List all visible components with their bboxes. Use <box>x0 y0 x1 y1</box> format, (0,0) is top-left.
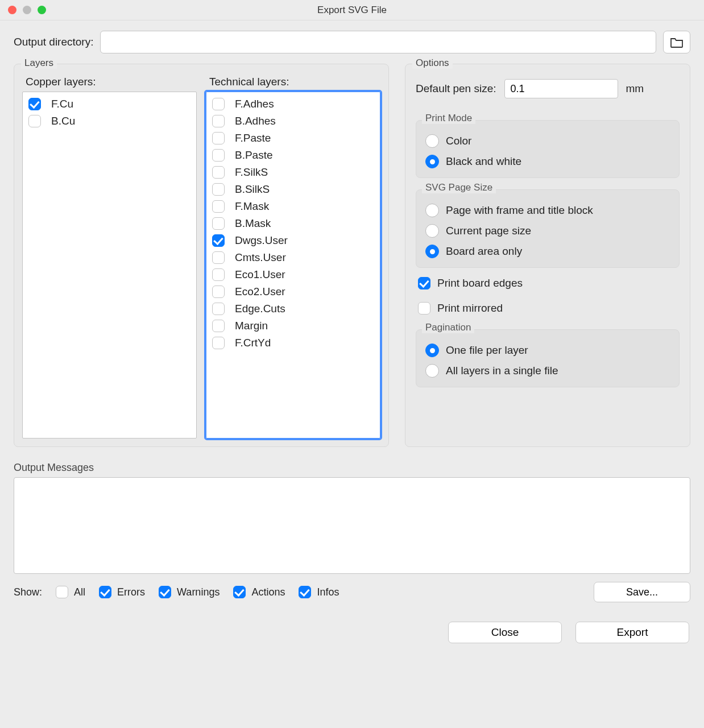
titlebar: Export SVG File <box>0 0 704 20</box>
technical-layer-checkbox[interactable] <box>212 303 225 315</box>
technical-layer-item[interactable]: Edge.Cuts <box>209 300 378 317</box>
show-label: Show: <box>14 586 42 598</box>
export-button[interactable]: Export <box>575 622 689 643</box>
pagination-radio[interactable] <box>425 364 439 378</box>
technical-layers-title: Technical layers: <box>206 76 380 88</box>
technical-layer-item[interactable]: Eco2.User <box>209 283 378 300</box>
show-actions-label: Actions <box>251 586 285 598</box>
technical-layer-label: F.CrtYd <box>235 337 271 349</box>
technical-layer-item[interactable]: B.SilkS <box>209 181 378 198</box>
technical-layer-label: Eco2.User <box>235 286 285 298</box>
technical-layer-label: B.Adhes <box>235 115 276 127</box>
technical-layer-checkbox[interactable] <box>212 320 225 332</box>
svg-page-size-label: Current page size <box>446 225 531 237</box>
show-warnings-checkbox[interactable] <box>159 586 171 598</box>
show-infos-label: Infos <box>317 586 339 598</box>
svg-page-size-legend: SVG Page Size <box>422 182 496 193</box>
svg-page-size-label: Board area only <box>446 245 522 258</box>
pagination-option[interactable]: One file per layer <box>424 340 671 361</box>
technical-layer-checkbox[interactable] <box>212 337 225 349</box>
copper-layers-list[interactable]: F.CuB.Cu <box>22 92 197 439</box>
output-directory-input[interactable] <box>100 31 656 53</box>
show-all-checkbox[interactable] <box>56 586 68 598</box>
print-board-edges-checkbox[interactable] <box>418 277 430 289</box>
options-legend: Options <box>412 57 453 69</box>
close-button[interactable]: Close <box>448 622 562 643</box>
save-messages-button[interactable]: Save... <box>594 582 690 602</box>
technical-layer-checkbox[interactable] <box>212 166 225 179</box>
window-title: Export SVG File <box>0 5 704 16</box>
technical-layer-checkbox[interactable] <box>212 132 225 144</box>
pen-size-input[interactable] <box>504 79 618 98</box>
copper-layer-item[interactable]: B.Cu <box>25 113 194 130</box>
technical-layer-checkbox[interactable] <box>212 200 225 213</box>
technical-layer-item[interactable]: F.Mask <box>209 198 378 215</box>
pen-size-label: Default pen size: <box>416 82 496 95</box>
show-actions-checkbox[interactable] <box>233 586 246 598</box>
technical-layer-item[interactable]: F.Paste <box>209 130 378 147</box>
technical-layer-checkbox[interactable] <box>212 149 225 162</box>
technical-layer-checkbox[interactable] <box>212 98 225 110</box>
technical-layer-checkbox[interactable] <box>212 217 225 230</box>
technical-layer-item[interactable]: Eco1.User <box>209 266 378 283</box>
svg-page-size-option[interactable]: Page with frame and title block <box>424 200 671 221</box>
svg-page-size-radio[interactable] <box>425 224 439 238</box>
copper-layer-label: B.Cu <box>51 115 75 127</box>
technical-layer-checkbox[interactable] <box>212 234 225 247</box>
technical-layer-item[interactable]: B.Adhes <box>209 113 378 130</box>
output-messages-textarea[interactable] <box>14 477 690 574</box>
technical-layer-label: Edge.Cuts <box>235 303 285 315</box>
technical-layer-item[interactable]: B.Paste <box>209 147 378 164</box>
svg-page-size-radio[interactable] <box>425 245 439 258</box>
show-errors-label: Errors <box>117 586 145 598</box>
technical-layer-checkbox[interactable] <box>212 251 225 264</box>
technical-layer-checkbox[interactable] <box>212 115 225 127</box>
pagination-option[interactable]: All layers in a single file <box>424 361 671 381</box>
technical-layer-checkbox[interactable] <box>212 286 225 298</box>
print-mode-radio[interactable] <box>425 155 439 168</box>
print-mode-option[interactable]: Color <box>424 131 671 151</box>
svg-page-size-option[interactable]: Current page size <box>424 221 671 241</box>
output-messages-label: Output Messages <box>14 462 690 474</box>
print-mode-label: Black and white <box>446 155 521 168</box>
technical-layer-label: F.SilkS <box>235 166 268 179</box>
browse-output-directory-button[interactable] <box>663 31 690 53</box>
technical-layer-label: F.Adhes <box>235 98 274 110</box>
technical-layers-list[interactable]: F.AdhesB.AdhesF.PasteB.PasteF.SilkSB.Sil… <box>206 92 380 439</box>
technical-layer-checkbox[interactable] <box>212 268 225 281</box>
copper-layer-item[interactable]: F.Cu <box>25 96 194 113</box>
technical-layer-item[interactable]: F.CrtYd <box>209 334 378 351</box>
technical-layer-item[interactable]: F.SilkS <box>209 164 378 181</box>
pagination-label: All layers in a single file <box>446 365 558 377</box>
pagination-radio[interactable] <box>425 344 439 357</box>
copper-layer-checkbox[interactable] <box>28 98 41 110</box>
technical-layer-label: F.Mask <box>235 200 269 213</box>
svg-page-size-radio[interactable] <box>425 204 439 217</box>
copper-layer-checkbox[interactable] <box>28 115 41 127</box>
show-infos-checkbox[interactable] <box>299 586 311 598</box>
print-mode-option[interactable]: Black and white <box>424 151 671 172</box>
pagination-label: One file per layer <box>446 344 528 357</box>
pagination-legend: Pagination <box>422 322 474 333</box>
technical-layer-checkbox[interactable] <box>212 183 225 196</box>
options-fieldset: Options Default pen size: mm Print Mode … <box>405 64 690 447</box>
copper-layer-label: F.Cu <box>51 98 73 110</box>
technical-layer-item[interactable]: B.Mask <box>209 215 378 232</box>
print-mode-radio[interactable] <box>425 134 439 148</box>
technical-layer-item[interactable]: Dwgs.User <box>209 232 378 249</box>
technical-layer-item[interactable]: Cmts.User <box>209 249 378 266</box>
pagination-group: Pagination One file per layerAll layers … <box>416 329 680 387</box>
technical-layer-item[interactable]: F.Adhes <box>209 96 378 113</box>
pen-size-unit: mm <box>626 82 644 95</box>
svg-page-size-group: SVG Page Size Page with frame and title … <box>416 189 680 268</box>
print-mirrored-checkbox[interactable] <box>418 302 430 315</box>
layers-legend: Layers <box>21 57 57 69</box>
technical-layer-label: B.Paste <box>235 149 273 162</box>
technical-layer-item[interactable]: Margin <box>209 317 378 334</box>
folder-icon <box>670 36 684 48</box>
print-mode-group: Print Mode ColorBlack and white <box>416 120 680 178</box>
print-board-edges-label: Print board edges <box>437 277 523 289</box>
show-errors-checkbox[interactable] <box>99 586 111 598</box>
svg-page-size-option[interactable]: Board area only <box>424 241 671 262</box>
technical-layer-label: Dwgs.User <box>235 234 288 247</box>
